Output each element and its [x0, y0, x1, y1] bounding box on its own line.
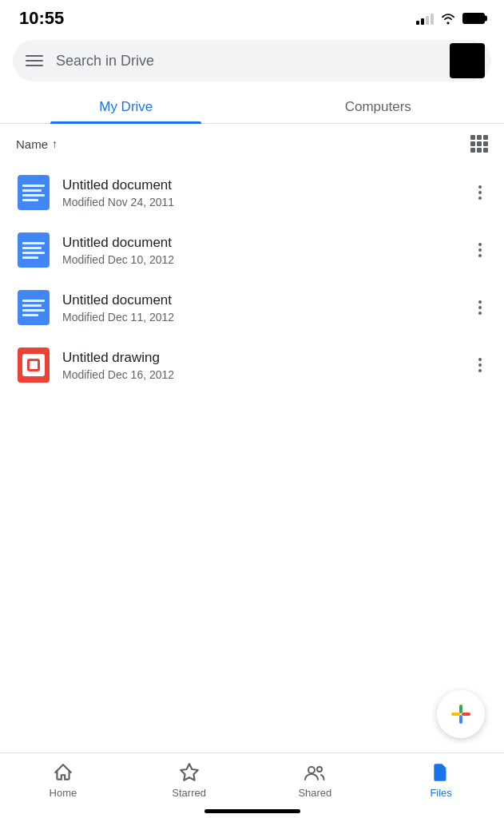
svg-rect-2 — [459, 705, 462, 713]
file-name: Untitled document — [62, 292, 472, 308]
file-modified: Modified Dec 10, 2012 — [62, 253, 472, 266]
sort-label[interactable]: Name ↑ — [16, 137, 58, 151]
file-modified: Modified Dec 11, 2012 — [62, 311, 472, 324]
list-item[interactable]: Untitled document Modified Nov 24, 2011 — [10, 164, 494, 221]
home-icon — [52, 761, 74, 784]
plus-icon — [449, 702, 473, 726]
svg-rect-1 — [462, 713, 470, 716]
nav-item-home[interactable]: Home — [0, 761, 126, 799]
menu-icon[interactable] — [19, 49, 50, 73]
tabs: My Drive Computers — [0, 88, 504, 124]
avatar[interactable] — [450, 43, 485, 78]
status-time: 10:55 — [19, 8, 64, 29]
more-options-button[interactable] — [472, 179, 488, 206]
file-info: Untitled document Modified Dec 10, 2012 — [62, 235, 472, 266]
file-info: Untitled document Modified Dec 11, 2012 — [62, 292, 472, 324]
status-bar: 10:55 — [0, 0, 504, 34]
search-bar[interactable]: Search in Drive — [13, 40, 491, 81]
more-options-button[interactable] — [472, 236, 488, 264]
bottom-nav: Home Starred Shared Files — [0, 752, 504, 818]
doc-file-icon — [16, 175, 51, 210]
list-item[interactable]: Untitled drawing Modified Dec 16, 2012 — [10, 336, 494, 394]
nav-item-files[interactable]: Files — [378, 761, 504, 799]
tab-my-drive[interactable]: My Drive — [0, 88, 252, 123]
tab-computers[interactable]: Computers — [252, 88, 505, 123]
file-modified: Modified Nov 24, 2011 — [62, 196, 472, 208]
list-item[interactable]: Untitled document Modified Dec 10, 2012 — [10, 221, 494, 279]
svg-rect-0 — [451, 713, 460, 716]
search-placeholder: Search in Drive — [50, 53, 443, 69]
battery-icon — [462, 13, 485, 24]
shared-icon — [304, 761, 326, 784]
status-icons — [416, 12, 485, 25]
file-name: Untitled drawing — [62, 350, 472, 366]
file-modified: Modified Dec 16, 2012 — [62, 368, 472, 381]
svg-rect-3 — [459, 715, 462, 724]
nav-label-home: Home — [50, 787, 77, 799]
signal-icon — [416, 12, 434, 25]
file-info: Untitled drawing Modified Dec 16, 2012 — [62, 350, 472, 381]
more-options-button[interactable] — [472, 294, 488, 321]
star-icon — [178, 761, 200, 784]
file-name: Untitled document — [62, 235, 472, 251]
doc-file-icon — [16, 290, 51, 325]
file-info: Untitled document Modified Nov 24, 2011 — [62, 177, 472, 208]
doc-file-icon — [16, 232, 51, 268]
list-item[interactable]: Untitled document Modified Dec 11, 2012 — [10, 279, 494, 336]
wifi-icon — [440, 12, 456, 25]
nav-label-shared: Shared — [298, 787, 331, 799]
svg-point-5 — [317, 767, 322, 772]
file-list: Untitled document Modified Nov 24, 2011 … — [0, 164, 504, 394]
nav-label-starred: Starred — [172, 787, 206, 799]
svg-point-4 — [308, 767, 315, 773]
more-options-button[interactable] — [472, 351, 488, 379]
grid-view-icon[interactable] — [470, 135, 488, 153]
file-name: Untitled document — [62, 177, 472, 193]
sort-header: Name ↑ — [0, 124, 504, 164]
drawing-file-icon — [16, 347, 51, 383]
nav-item-starred[interactable]: Starred — [126, 761, 252, 799]
create-fab-button[interactable] — [437, 690, 485, 738]
files-icon — [430, 761, 452, 784]
sort-arrow: ↑ — [52, 137, 58, 150]
nav-label-files: Files — [430, 787, 451, 799]
nav-item-shared[interactable]: Shared — [252, 761, 379, 799]
home-indicator — [204, 809, 300, 813]
